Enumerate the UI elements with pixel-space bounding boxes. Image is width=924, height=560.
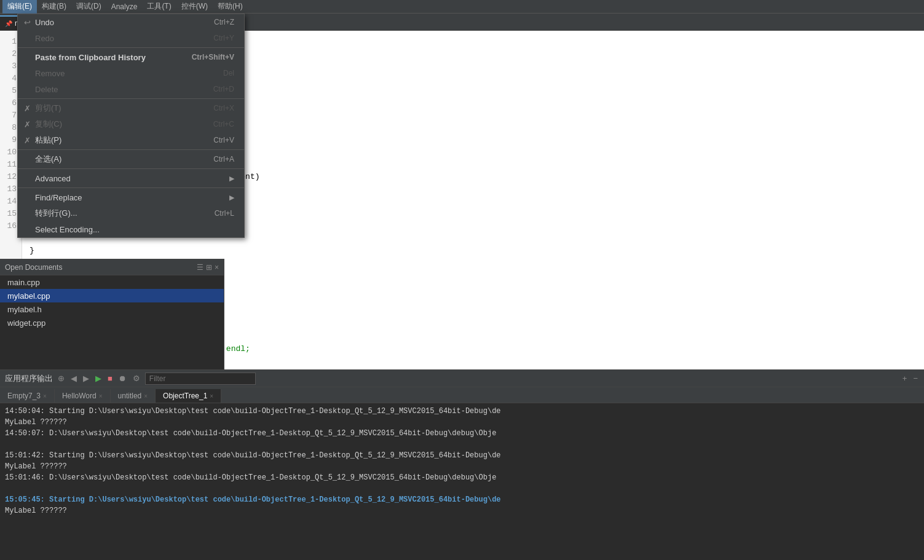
menu-find-replace-label: Find/Replace (35, 193, 82, 202)
tab-pin-icon: 📌 (5, 20, 12, 27)
open-docs-header: Open Documents ☰ ⊞ × (0, 259, 224, 275)
menu-paste-history-label: Paste from Clipboard History (35, 53, 146, 62)
separator-2 (18, 98, 244, 99)
dropdown-menu: ↩ Undo Ctrl+Z Redo Ctrl+Y Paste from Cli… (17, 14, 245, 238)
menu-redo: Redo Ctrl+Y (18, 30, 244, 46)
menu-undo[interactable]: ↩ Undo Ctrl+Z (18, 14, 244, 30)
doc-item-widget[interactable]: widget.cpp (0, 316, 224, 329)
menu-select-all[interactable]: 全选(A) Ctrl+A (18, 151, 244, 167)
output-content[interactable]: 14:50:04: Starting D:\Users\wsiyu\Deskto… (0, 403, 924, 560)
output-stop-icon[interactable]: ■ (106, 374, 114, 383)
menu-advanced[interactable]: Advanced ▶ (18, 170, 244, 186)
output-tab-objecttree[interactable]: ObjectTree_1 × (156, 389, 221, 403)
separator-4 (18, 168, 244, 169)
output-tabs: Empty7_3 × HelloWord × untitled × Object… (0, 387, 924, 403)
menubar-tools[interactable]: 工具(T) (142, 0, 176, 14)
output-line-3: 14:50:07: D:\Users\wsiyu\Desktop\test co… (5, 428, 919, 439)
separator-3 (18, 149, 244, 150)
output-tab-untitled-close[interactable]: × (144, 393, 148, 400)
output-toolbar: 应用程序输出 ⊕ ◀ ▶ ▶ ■ ⏺ ⚙ + − (0, 370, 924, 387)
output-tab-empty7[interactable]: Empty7_3 × (0, 389, 55, 403)
menubar: 编辑(E) 构建(B) 调试(D) Analyze 工具(T) 控件(W) 帮助… (0, 0, 924, 14)
output-line-2: MyLabel ?????? (5, 417, 919, 428)
menu-remove: Remove Del (18, 65, 244, 81)
menu-redo-shortcut: Ctrl+Y (213, 34, 234, 42)
output-tab-objecttree-close[interactable]: × (210, 393, 213, 400)
menu-advanced-label: Advanced (35, 174, 71, 183)
menubar-analyze[interactable]: Analyze (106, 0, 143, 14)
advanced-arrow: ▶ (229, 175, 234, 183)
menu-copy-label: 复制(C) (35, 119, 62, 130)
menu-cut-shortcut: Ctrl+X (213, 104, 234, 112)
doc-item-mylabel-cpp[interactable]: mylabel.cpp (0, 289, 224, 302)
open-docs-list: main.cpp mylabel.cpp mylabel.h widget.cp… (0, 275, 224, 329)
output-line-4 (5, 439, 919, 450)
output-attach-icon[interactable]: ⊕ (57, 374, 66, 383)
paste-check: ✗ (23, 136, 31, 145)
menu-cut: ✗ 剪切(T) Ctrl+X (18, 100, 244, 116)
undo-check: ↩ (23, 18, 31, 27)
separator-1 (18, 47, 244, 48)
copy-check: ✗ (23, 120, 31, 129)
output-title: 应用程序输出 (5, 373, 53, 384)
output-panel: 应用程序输出 ⊕ ◀ ▶ ▶ ■ ⏺ ⚙ + − Empty7_3 × Hell… (0, 369, 924, 560)
output-record-icon[interactable]: ⏺ (117, 374, 128, 383)
output-tab-helloword-label: HelloWord (62, 392, 97, 400)
separator-5 (18, 187, 244, 188)
output-settings-icon[interactable]: ⚙ (132, 374, 141, 383)
menu-redo-label: Redo (35, 34, 54, 43)
menu-goto-shortcut: Ctrl+L (215, 209, 234, 218)
menu-undo-shortcut: Ctrl+Z (214, 18, 234, 26)
menu-goto-line[interactable]: 转到行(G)... Ctrl+L (18, 205, 244, 221)
menu-cut-label: 剪切(T) (35, 103, 61, 114)
output-line-9: 15:05:45: Starting D:\Users\wsiyu\Deskto… (5, 494, 919, 505)
menu-goto-label: 转到行(G)... (35, 208, 77, 219)
menu-delete: Delete Ctrl+D (18, 81, 244, 97)
menu-find-replace[interactable]: Find/Replace ▶ (18, 189, 244, 205)
open-docs-float-icon[interactable]: ⊞ (206, 263, 212, 272)
menu-paste-history[interactable]: Paste from Clipboard History Ctrl+Shift+… (18, 49, 244, 65)
output-filter-input[interactable] (145, 373, 256, 385)
menu-paste-history-shortcut: Ctrl+Shift+V (192, 53, 234, 61)
menu-select-encoding-label: Select Encoding... (35, 225, 100, 234)
menubar-help[interactable]: 帮助(H) (213, 0, 248, 14)
output-tab-helloword-close[interactable]: × (99, 393, 103, 400)
open-docs-title: Open Documents (5, 263, 62, 272)
output-line-7: 15:01:46: D:\Users\wsiyu\Desktop\test co… (5, 472, 919, 483)
menu-copy: ✗ 复制(C) Ctrl+C (18, 116, 244, 132)
output-tab-empty7-close[interactable]: × (43, 393, 47, 400)
menu-paste[interactable]: ✗ 粘贴(P) Ctrl+V (18, 132, 244, 148)
menubar-debug[interactable]: 调试(D) (71, 0, 106, 14)
output-tab-helloword[interactable]: HelloWord × (55, 389, 111, 403)
menubar-edit[interactable]: 编辑(E) (2, 0, 37, 14)
doc-item-main[interactable]: main.cpp (0, 275, 224, 289)
menubar-build[interactable]: 构建(B) (37, 0, 71, 14)
menu-delete-shortcut: Ctrl+D (213, 85, 234, 93)
output-tab-objecttree-label: ObjectTree_1 (163, 392, 207, 400)
output-run-icon[interactable]: ▶ (94, 374, 103, 383)
output-line-1: 14:50:04: Starting D:\Users\wsiyu\Deskto… (5, 406, 919, 417)
output-add-icon[interactable]: + (901, 374, 909, 383)
open-docs-close-icon[interactable]: × (215, 263, 219, 272)
output-tab-untitled[interactable]: untitled × (111, 389, 156, 403)
menu-select-all-label: 全选(A) (35, 154, 61, 165)
menu-undo-label: Undo (35, 18, 54, 27)
menu-paste-label: 粘贴(P) (35, 135, 61, 146)
menu-delete-label: Delete (35, 85, 58, 94)
cut-check: ✗ (23, 104, 31, 113)
output-tab-untitled-label: untitled (118, 392, 142, 400)
output-line-6: MyLabel ?????? (5, 461, 919, 472)
menu-remove-label: Remove (35, 69, 65, 78)
open-docs-menu-icon[interactable]: ☰ (197, 263, 203, 272)
output-next-icon[interactable]: ▶ (82, 374, 90, 383)
menu-select-all-shortcut: Ctrl+A (213, 155, 234, 164)
output-prev-icon[interactable]: ◀ (69, 374, 78, 383)
output-line-10: MyLabel ?????? (5, 505, 919, 516)
output-line-5: 15:01:42: Starting D:\Users\wsiyu\Deskto… (5, 450, 919, 461)
output-minus-icon[interactable]: − (912, 374, 919, 383)
doc-item-mylabel-h[interactable]: mylabel.h (0, 302, 224, 316)
menu-select-encoding[interactable]: Select Encoding... (18, 221, 244, 237)
menubar-controls[interactable]: 控件(W) (176, 0, 213, 14)
output-tab-empty7-label: Empty7_3 (7, 392, 41, 400)
menu-remove-shortcut: Del (223, 69, 234, 77)
